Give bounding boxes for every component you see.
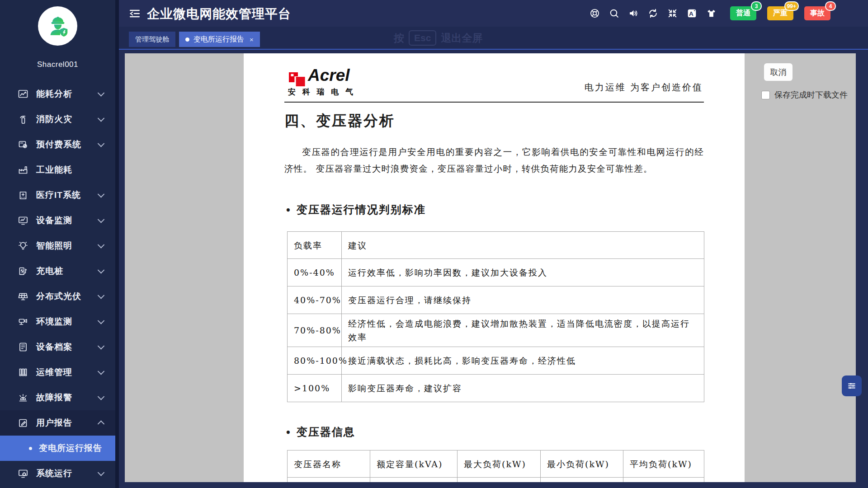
suggestion-cell: 影响变压器寿命，建议扩容 (342, 375, 704, 402)
chevron-icon (98, 89, 105, 97)
sliders-icon (846, 380, 857, 391)
table-row: 80%-100% 接近满载状态，损耗比高，影响变压器寿命，经济性低 (288, 347, 704, 375)
header-icon-group (589, 0, 717, 27)
chevron-icon (98, 393, 105, 400)
chevron-icon (98, 140, 105, 147)
col-header: 最大负荷(kW) (458, 450, 541, 478)
alarm-count-badge: 3 (751, 1, 762, 11)
sidebar-item-label: 智能照明 (36, 240, 72, 252)
sidebar-item[interactable]: 用户报告 (0, 410, 115, 436)
chevron-icon (98, 317, 105, 324)
sidebar-item-label: 充电桩 (36, 265, 63, 277)
transformer-info-table: 变压器名称 额定容量(kVA) 最大负荷(kW) 最小负荷(kW) 平均负荷(k… (287, 450, 704, 482)
alarm-button[interactable]: 严重 99+ (767, 6, 793, 20)
theme-icon[interactable] (706, 8, 717, 19)
sidebar-item-label: 用户报告 (36, 417, 72, 429)
sidebar-item-label: 故障报警 (36, 392, 72, 404)
tab-close-icon[interactable] (250, 36, 254, 43)
sidebar-item-label: 系统运行 (36, 468, 72, 479)
active-tab-dot-icon (185, 38, 189, 42)
table-row: >100% 影响变压器寿命，建议扩容 (288, 375, 704, 402)
sidebar-item-label: 消防火灾 (36, 113, 72, 125)
sidebar-item[interactable]: 工业能耗 (0, 157, 115, 183)
sidebar-item[interactable]: 设备监测 (0, 208, 115, 233)
exit-fullscreen-icon[interactable] (667, 8, 678, 19)
chevron-icon (98, 343, 105, 350)
sidebar-item-label: 运维管理 (36, 366, 72, 378)
sidebar-item-label: 能耗分析 (36, 88, 72, 100)
fire-safety-icon (20, 116, 25, 123)
col-header: 额定容量(kVA) (370, 450, 458, 478)
col-header: 最小负荷(kW) (541, 450, 623, 478)
sidebar-scrollbar[interactable] (115, 0, 119, 488)
sidebar-item[interactable]: 运维管理 (0, 360, 115, 385)
subsection-title-criteria: 变压器运行情况判别标准 (285, 202, 426, 217)
sidebar-item-label: 医疗IT系统 (36, 189, 81, 201)
report-preview-viewer: Acrel 安 科 瑞 电 气 电力运维 为客户创造价值 四、变压器分析 变压器… (125, 53, 856, 482)
top-header: 企业微电网能效管理平台 普通 3 严重 99+ (119, 0, 868, 27)
sidebar-item[interactable]: 能耗分析 (0, 81, 115, 107)
search-icon[interactable] (609, 8, 620, 19)
sidebar-item[interactable]: 设备档案 (0, 334, 115, 360)
chevron-icon (98, 267, 105, 274)
col-header: 平均负荷(kW) (623, 450, 704, 478)
translate-icon[interactable] (686, 8, 698, 19)
user-icon[interactable] (841, 8, 852, 19)
sidebar-item[interactable]: 环境监测 (0, 309, 115, 334)
help-icon[interactable] (589, 8, 600, 19)
brand-subtitle: 安 科 瑞 电 气 (288, 87, 355, 97)
sidebar-collapse-icon[interactable] (129, 8, 141, 19)
environment-monitoring-icon (19, 319, 27, 325)
refresh-icon[interactable] (647, 8, 659, 19)
brand-slogan: 电力运维 为客户创造价值 (585, 81, 703, 94)
table-row: 0%-40% 运行效率低，影响功率因数，建议加大设备投入 (288, 259, 704, 286)
sidebar-item[interactable]: 预付费系统 (0, 132, 115, 157)
alarm-label: 事故 (810, 9, 825, 18)
chevron-icon (98, 469, 105, 476)
sidebar-item-label: 分布式光伏 (36, 291, 81, 302)
worker-avatar-icon (45, 13, 71, 39)
chevron-icon (98, 241, 105, 249)
sidebar-item[interactable]: 故障报警 (0, 385, 115, 410)
col-header: 建议 (342, 232, 704, 259)
industrial-energy-icon (19, 167, 27, 174)
table-header-row: 变压器名称 额定容量(kVA) 最大负荷(kW) 最小负荷(kW) 平均负荷(k… (288, 450, 704, 478)
medical-it-icon (20, 192, 26, 199)
alarm-label: 普通 (736, 9, 750, 18)
sidebar-item[interactable]: 分布式光伏 (0, 284, 115, 309)
sidebar-item[interactable]: 变电所运行报告 (0, 436, 115, 461)
sidebar-item[interactable]: 智能照明 (0, 233, 115, 258)
load-rate-cell: 40%-70% (288, 286, 342, 314)
submenu-bullet-icon (29, 447, 32, 450)
avatar (38, 6, 77, 46)
load-rate-table: 负载率 建议 0%-40% 运行效率低，影响功率因数，建议加大设备投入 (287, 231, 704, 402)
volume-icon[interactable] (628, 8, 639, 19)
tab-dashboard[interactable]: 管理驾驶舱 (129, 32, 175, 47)
user-report-icon (19, 420, 27, 427)
charging-pile-icon (20, 268, 27, 275)
alarm-button[interactable]: 普通 3 (730, 6, 756, 20)
fault-alarm-icon (20, 394, 27, 401)
sidebar-item[interactable]: 消防火灾 (0, 107, 115, 132)
alarm-button[interactable]: 事故 4 (804, 6, 830, 20)
sidebar-item-label: 工业能耗 (36, 164, 72, 176)
sidebar-item[interactable]: 系统运行 (0, 461, 115, 486)
chevron-icon (98, 216, 105, 223)
sidebar-item-label: 变电所运行报告 (39, 442, 102, 454)
download-checkbox[interactable] (761, 91, 770, 99)
app-title: 企业微电网能效管理平台 (147, 5, 291, 23)
sidebar-item[interactable]: 医疗IT系统 (0, 183, 115, 208)
report-settings-button[interactable] (842, 375, 862, 396)
tab-substation-report[interactable]: 变电所运行报告 (179, 32, 260, 47)
chevron-icon (98, 115, 105, 122)
suggestion-cell: 变压器运行合理，请继续保持 (342, 286, 704, 314)
esc-key: Esc (409, 30, 436, 46)
cancel-button[interactable]: 取消 (764, 63, 793, 81)
app-root: Shacrel001 能耗分析 消防火灾 (0, 0, 868, 488)
sidebar-item[interactable]: 充电桩 (0, 258, 115, 284)
download-option-row[interactable]: 保存完成时下载文件 (761, 89, 848, 100)
username: Shacrel001 (0, 60, 115, 69)
alarm-label: 严重 (773, 9, 788, 18)
download-checkbox-label: 保存完成时下载文件 (774, 89, 848, 100)
chevron-icon (98, 191, 105, 198)
